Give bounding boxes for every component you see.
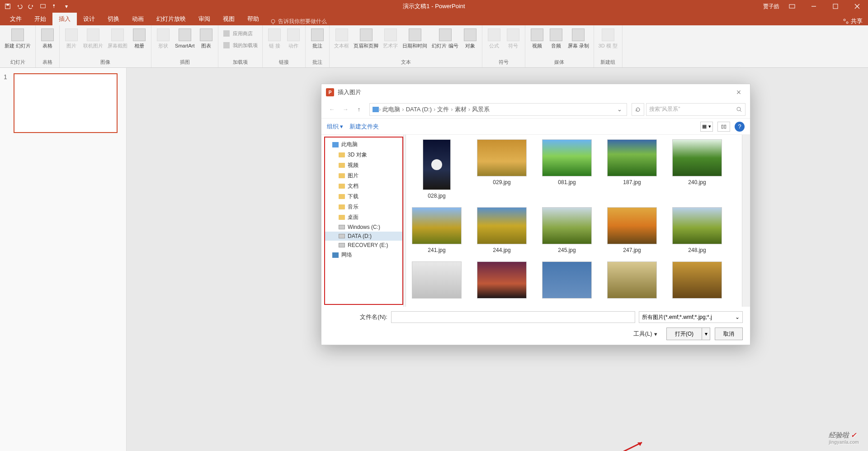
- maximize-button[interactable]: [826, 0, 844, 13]
- app-store-button[interactable]: 应用商店: [221, 29, 255, 38]
- tree-this-pc[interactable]: 此电脑: [325, 139, 402, 150]
- file-item[interactable]: [542, 261, 592, 299]
- tree-documents[interactable]: 文档: [325, 181, 402, 191]
- header-footer-button[interactable]: 页眉和页脚: [352, 26, 380, 50]
- datetime-button[interactable]: 日期和时间: [401, 26, 429, 50]
- tell-me-search[interactable]: 告诉我你想要做什么: [270, 18, 327, 25]
- slide-thumbnail-1[interactable]: [14, 73, 118, 133]
- open-button[interactable]: 打开(O): [666, 328, 702, 340]
- comment-button[interactable]: 批注: [308, 26, 326, 50]
- dialog-close-button[interactable]: ×: [732, 85, 745, 99]
- action-button[interactable]: 动作: [284, 26, 302, 50]
- screenshot-button[interactable]: 屏幕截图: [106, 26, 129, 50]
- tree-c-drive[interactable]: Windows (C:): [325, 223, 402, 232]
- refresh-button[interactable]: [632, 103, 644, 116]
- file-item[interactable]: 240.jpg: [672, 139, 722, 199]
- forward-button[interactable]: →: [340, 104, 351, 115]
- video-button[interactable]: 视频: [528, 26, 546, 50]
- picture-button[interactable]: 图片: [62, 26, 80, 50]
- help-button[interactable]: ?: [735, 122, 745, 132]
- textbox-button[interactable]: 文本框: [332, 26, 351, 50]
- tree-pictures[interactable]: 图片: [325, 171, 402, 181]
- tree-network[interactable]: 网络: [325, 250, 402, 260]
- share-button[interactable]: 共享: [843, 17, 863, 25]
- undo-button[interactable]: [14, 1, 24, 11]
- link-button[interactable]: 链 接: [265, 26, 283, 50]
- object-button[interactable]: 对象: [461, 26, 479, 50]
- screen-recording-button[interactable]: 屏幕 录制: [566, 26, 591, 50]
- chart-button[interactable]: 图表: [197, 26, 215, 50]
- my-addins-button[interactable]: 我的加载项: [221, 41, 259, 50]
- back-button[interactable]: ←: [326, 104, 338, 115]
- crumb-folder2[interactable]: 素材: [453, 105, 468, 114]
- file-item[interactable]: 028.jpg: [411, 139, 462, 199]
- tree-music[interactable]: 音乐: [325, 202, 402, 212]
- breadcrumb-bar[interactable]: › 此电脑› DATA (D:)› 文件› 素材› 风景系 ⌄: [369, 103, 627, 116]
- table-button[interactable]: 表格: [38, 26, 57, 50]
- touch-mode-button[interactable]: [50, 1, 60, 11]
- file-item[interactable]: [607, 261, 657, 299]
- smartart-button[interactable]: SmartArt: [173, 26, 196, 50]
- photo-album-button[interactable]: 相册: [130, 26, 148, 50]
- breadcrumb-dropdown[interactable]: ⌄: [615, 106, 624, 113]
- tree-desktop[interactable]: 桌面: [325, 212, 402, 223]
- save-button[interactable]: [3, 1, 13, 11]
- file-item[interactable]: 248.jpg: [672, 207, 722, 253]
- new-folder-button[interactable]: 新建文件夹: [349, 123, 379, 131]
- tree-3d-objects[interactable]: 3D 对象: [325, 150, 402, 160]
- crumb-drive[interactable]: DATA (D:): [404, 106, 434, 113]
- vertical-scrollbar[interactable]: [742, 135, 750, 307]
- redo-button[interactable]: [26, 1, 36, 11]
- wordart-button[interactable]: 艺术字: [381, 26, 400, 50]
- tab-insert[interactable]: 插入: [52, 13, 77, 25]
- tab-view[interactable]: 视图: [217, 13, 241, 25]
- file-item[interactable]: 245.jpg: [542, 207, 592, 253]
- organize-button[interactable]: 组织▾: [327, 123, 343, 131]
- file-item[interactable]: 029.jpg: [476, 139, 527, 199]
- slide-number-button[interactable]: 幻灯片 编号: [430, 26, 460, 50]
- new-slide-button[interactable]: 新建 幻灯片: [3, 26, 33, 50]
- tab-design[interactable]: 设计: [77, 13, 101, 25]
- symbol-button[interactable]: 符号: [504, 26, 522, 50]
- ribbon-display-button[interactable]: [783, 0, 801, 13]
- minimize-button[interactable]: [805, 0, 823, 13]
- file-item[interactable]: [411, 261, 462, 299]
- tab-slideshow[interactable]: 幻灯片放映: [150, 13, 192, 25]
- tree-d-drive[interactable]: DATA (D:): [325, 232, 402, 241]
- file-item[interactable]: [672, 261, 722, 299]
- tab-file[interactable]: 文件: [4, 13, 28, 25]
- tab-review[interactable]: 审阅: [192, 13, 217, 25]
- file-item[interactable]: 247.jpg: [607, 207, 657, 253]
- crumb-folder1[interactable]: 文件: [435, 105, 451, 114]
- file-item[interactable]: 187.jpg: [607, 139, 657, 199]
- search-input[interactable]: 搜索"风景系": [646, 103, 745, 116]
- tab-transition[interactable]: 切换: [101, 13, 126, 25]
- qat-customize-button[interactable]: ▾: [61, 1, 71, 11]
- up-button[interactable]: ↑: [353, 104, 365, 115]
- tab-animation[interactable]: 动画: [126, 13, 150, 25]
- close-button[interactable]: [848, 0, 866, 13]
- tree-video[interactable]: 视频: [325, 160, 402, 171]
- preview-pane-button[interactable]: ▯▯: [717, 122, 730, 132]
- file-item[interactable]: [476, 261, 527, 299]
- file-item[interactable]: 081.jpg: [542, 139, 592, 199]
- crumb-pc[interactable]: 此电脑: [381, 105, 402, 114]
- equation-button[interactable]: 公式: [485, 26, 503, 50]
- online-picture-button[interactable]: 联机图片: [81, 26, 105, 50]
- tree-e-drive[interactable]: RECOVERY (E:): [325, 241, 402, 250]
- file-item[interactable]: 241.jpg: [411, 207, 462, 253]
- filename-input[interactable]: [391, 311, 635, 323]
- shapes-button[interactable]: 形状: [154, 26, 172, 50]
- file-filter-dropdown[interactable]: 所有图片(*.emf;*.wmf;*.jpg;*.j⌄: [639, 311, 743, 323]
- view-mode-button[interactable]: ▦ ▾: [700, 122, 713, 132]
- cancel-button[interactable]: 取消: [715, 328, 743, 340]
- tab-home[interactable]: 开始: [28, 13, 52, 25]
- audio-button[interactable]: 音频: [547, 26, 565, 50]
- crumb-folder3[interactable]: 风景系: [470, 105, 491, 114]
- file-item[interactable]: 244.jpg: [476, 207, 527, 253]
- tab-help[interactable]: 帮助: [241, 13, 265, 25]
- tools-dropdown[interactable]: 工具(L)▾: [633, 330, 657, 338]
- 3d-model-button[interactable]: 3D 模 型: [597, 26, 619, 50]
- start-from-beginning-button[interactable]: [38, 1, 48, 11]
- tree-downloads[interactable]: 下载: [325, 191, 402, 202]
